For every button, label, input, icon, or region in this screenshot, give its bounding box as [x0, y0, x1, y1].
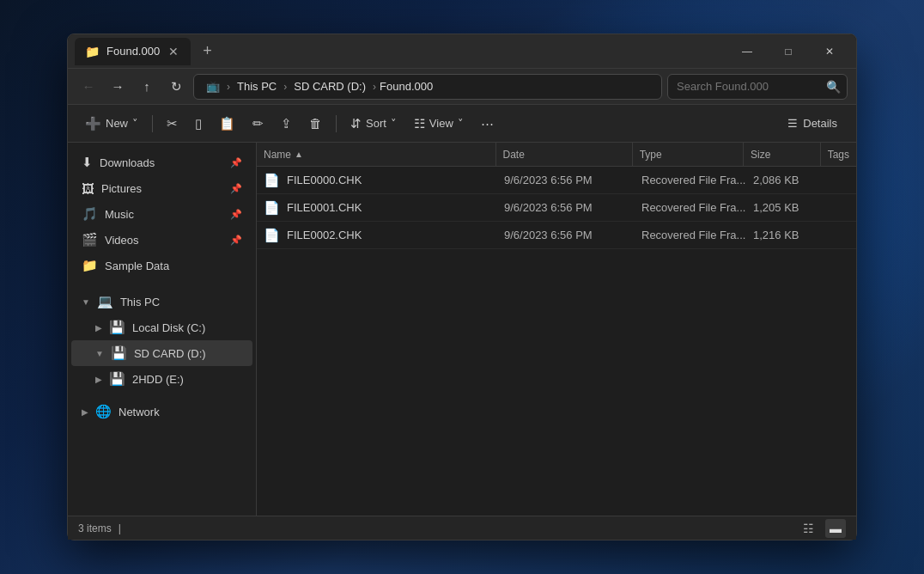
sidebar-item-sample-data[interactable]: 📁 Sample Data	[71, 253, 252, 278]
file-name-cell: 📄 FILE0002.CHK	[257, 222, 497, 248]
local-disk-icon: 💾	[109, 320, 125, 335]
paste-icon: 📋	[219, 116, 235, 131]
sep-2	[336, 115, 337, 132]
active-tab[interactable]: 📁 Found.000 ✕	[75, 38, 191, 65]
address-thispc[interactable]: 📺	[203, 78, 223, 95]
back-button[interactable]: ←	[76, 75, 100, 99]
sidebar-music-label: Music	[105, 208, 134, 221]
sort-button[interactable]: ⇵ Sort ˅	[343, 110, 404, 137]
col-header-date[interactable]: Date	[496, 143, 633, 166]
file-chk-icon: 📄	[264, 173, 280, 188]
sidebar-item-thispc[interactable]: ▼ 💻 This PC	[71, 289, 252, 314]
file-size-cell: 1,205 KB	[746, 194, 824, 221]
sidebar-videos-label: Videos	[105, 234, 139, 247]
sidebar-item-music[interactable]: 🎵 Music 📌	[71, 201, 252, 227]
sidebar-sdcard-label: SD CARD (D:)	[134, 347, 206, 360]
pin-icon-pictures: 📌	[230, 183, 242, 194]
details-icon: ☰	[787, 117, 798, 130]
col-header-name[interactable]: Name ▲	[257, 143, 496, 166]
list-view-button[interactable]: ☷	[799, 519, 818, 538]
sample-data-icon: 📁	[82, 258, 98, 273]
cut-button[interactable]: ✂	[160, 110, 185, 137]
address-current-folder: Found.000	[380, 80, 433, 93]
sd-card-icon: 💾	[111, 345, 127, 361]
title-bar: 📁 Found.000 ✕ + — □ ✕	[68, 34, 856, 69]
tab-close-button[interactable]: ✕	[167, 46, 180, 58]
view-button[interactable]: ☷ View ˅	[407, 110, 471, 137]
address-bar-row: ← → ↑ ↻ 📺 › This PC › SD CARD (D:) › Fou…	[68, 69, 856, 105]
file-size-cell: 1,216 KB	[746, 222, 824, 248]
up-button[interactable]: ↑	[135, 75, 159, 99]
col-header-size[interactable]: Size	[744, 143, 821, 166]
sort-icon: ⇵	[350, 116, 362, 131]
forward-button[interactable]: →	[106, 75, 130, 99]
delete-icon: 🗑	[309, 116, 322, 131]
sidebar-localdisk-label: Local Disk (C:)	[132, 321, 205, 334]
rename-icon: ✏	[252, 116, 264, 131]
sidebar-sample-data-label: Sample Data	[105, 260, 169, 272]
paste-button[interactable]: 📋	[212, 110, 242, 137]
file-type-cell: Recovered File Fra...	[635, 222, 746, 248]
status-separator: |	[119, 522, 121, 534]
pictures-icon: 🖼	[82, 181, 94, 196]
sidebar-item-sd-card[interactable]: ▼ 💾 SD CARD (D:)	[71, 340, 252, 366]
table-row[interactable]: 📄 FILE0002.CHK 9/6/2023 6:56 PM Recovere…	[257, 222, 856, 249]
thispc-expand-arrow: ▼	[82, 297, 90, 307]
breadcrumb-sep-1: ›	[227, 81, 230, 93]
network-icon: 🌐	[95, 404, 112, 419]
new-tab-button[interactable]: +	[198, 42, 217, 60]
rename-button[interactable]: ✏	[246, 110, 271, 137]
sep-1	[152, 115, 153, 132]
minimize-button[interactable]: —	[727, 38, 767, 65]
sidebar-item-local-disk[interactable]: ▶ 💾 Local Disk (C:)	[71, 314, 252, 340]
share-button[interactable]: ⇪	[274, 110, 299, 137]
file-list: 📄 FILE0000.CHK 9/6/2023 6:56 PM Recovere…	[257, 167, 856, 516]
table-row[interactable]: 📄 FILE0001.CHK 9/6/2023 6:56 PM Recovere…	[257, 194, 856, 222]
details-button[interactable]: ☰ Details	[779, 113, 846, 134]
hdd-expand-arrow: ▶	[95, 375, 102, 384]
status-bar: 3 items | ☷ ▬	[68, 516, 856, 540]
sidebar-item-videos[interactable]: 🎬 Videos 📌	[71, 227, 252, 253]
table-row[interactable]: 📄 FILE0000.CHK 9/6/2023 6:56 PM Recovere…	[257, 167, 856, 194]
tab-folder-icon: 📁	[85, 45, 100, 58]
refresh-button[interactable]: ↻	[164, 75, 188, 99]
maximize-button[interactable]: □	[769, 38, 808, 65]
hdd-icon: 💾	[109, 371, 125, 387]
details-view-button[interactable]: ▬	[825, 519, 846, 538]
file-name: FILE0001.CHK	[287, 201, 362, 214]
window-controls: — □ ✕	[727, 38, 849, 65]
file-date-cell: 9/6/2023 6:56 PM	[497, 222, 635, 248]
cut-icon: ✂	[167, 116, 178, 131]
sidebar-item-2hdd[interactable]: ▶ 💾 2HDD (E:)	[71, 366, 252, 392]
music-icon: 🎵	[82, 206, 98, 222]
more-button[interactable]: ⋯	[474, 110, 501, 137]
copy-button[interactable]: ▯	[188, 110, 209, 137]
item-count: 3 items	[78, 522, 112, 534]
file-chk-icon: 📄	[264, 228, 280, 243]
share-icon: ⇪	[281, 116, 292, 131]
search-icon-button[interactable]: 🔍	[826, 80, 841, 94]
new-label: New	[106, 117, 128, 130]
col-header-tags[interactable]: Tags	[821, 143, 856, 166]
thispc-icon: 💻	[97, 294, 113, 309]
pin-icon-downloads: 📌	[230, 157, 242, 168]
sidebar-item-network[interactable]: ▶ 🌐 Network	[71, 399, 252, 424]
delete-button[interactable]: 🗑	[302, 110, 329, 137]
sdcard-expand-arrow: ▼	[95, 349, 104, 358]
sidebar-item-pictures[interactable]: 🖼 Pictures 📌	[71, 175, 252, 201]
address-bar[interactable]: 📺 › This PC › SD CARD (D:) › Found.000	[193, 74, 662, 100]
file-tags-cell	[824, 194, 856, 221]
file-name: FILE0002.CHK	[287, 229, 362, 241]
localdisk-expand-arrow: ▶	[95, 323, 102, 333]
address-thispc-label[interactable]: This PC	[234, 78, 280, 95]
search-input[interactable]	[677, 80, 821, 93]
close-button[interactable]: ✕	[810, 38, 849, 65]
file-chk-icon: 📄	[264, 200, 280, 216]
sidebar-item-downloads[interactable]: ⬇ Downloads 📌	[71, 150, 252, 175]
new-button[interactable]: ➕ New ˅	[78, 110, 145, 137]
videos-icon: 🎬	[82, 232, 98, 247]
pin-icon-music: 📌	[230, 209, 242, 220]
search-bar[interactable]: 🔍	[667, 74, 848, 100]
address-drive[interactable]: SD CARD (D:)	[290, 78, 369, 95]
col-header-type[interactable]: Type	[633, 143, 744, 166]
